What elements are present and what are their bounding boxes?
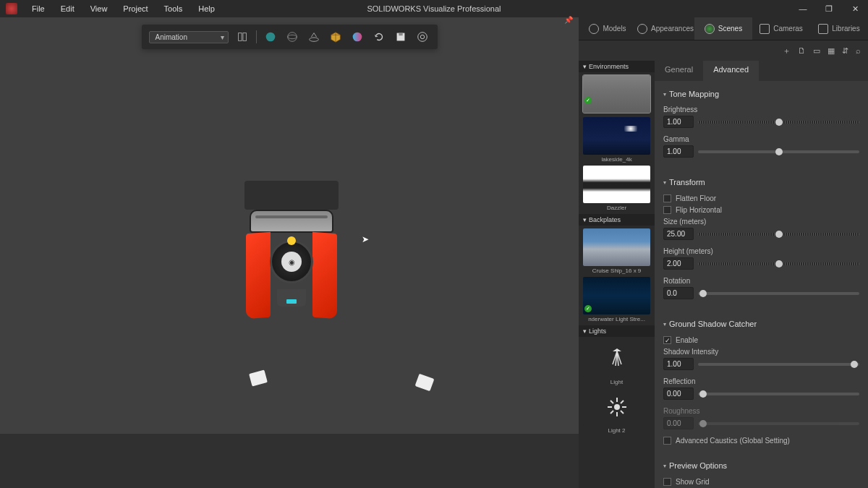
mode-toggle-button[interactable]: [234, 29, 250, 45]
env-header[interactable]: ▾ Environments: [579, 61, 655, 72]
light-gizmo-2[interactable]: [415, 374, 435, 391]
flip-horizontal-checkbox[interactable]: [663, 206, 671, 214]
svg-rect-0: [238, 33, 242, 41]
svg-point-4: [287, 35, 297, 38]
menu-help[interactable]: Help: [191, 1, 222, 16]
scene-browser: ▾ Environments ✓ lakeside_4k Dazzler: [579, 61, 655, 488]
svg-point-3: [287, 33, 297, 42]
gamma-input[interactable]: [663, 145, 694, 158]
section-tone-mapping[interactable]: Tone Mapping: [663, 85, 859, 103]
model-drone[interactable]: ◉: [246, 210, 337, 324]
timeline-area: [0, 434, 579, 488]
reflection-slider[interactable]: [698, 390, 859, 398]
tab-cameras[interactable]: Cameras: [752, 17, 810, 40]
shadow-intensity-slider[interactable]: [698, 360, 859, 369]
enable-shadow-checkbox[interactable]: [663, 336, 671, 344]
gamma-label: Gamma: [663, 135, 859, 143]
env-thumb-dazzler[interactable]: Dazzler: [583, 166, 650, 211]
svg-rect-8: [399, 33, 402, 36]
svg-point-9: [417, 33, 427, 42]
env-thumb-lakeside[interactable]: lakeside_4k: [583, 117, 650, 163]
brightness-input[interactable]: [663, 116, 694, 128]
viewport-toolbar: Animation 📌: [142, 25, 438, 49]
size-label: Size (meters): [663, 218, 859, 226]
caustics-checkbox[interactable]: [663, 437, 671, 445]
title-bar: File Edit View Project Tools Help SOLIDW…: [0, 0, 868, 17]
menu-view[interactable]: View: [83, 1, 115, 16]
canvas-3d[interactable]: ◉ ➤: [0, 49, 579, 434]
reflection-input[interactable]: [663, 388, 694, 400]
sphere-wire-icon[interactable]: [284, 29, 300, 45]
section-transform[interactable]: Transform: [663, 174, 859, 191]
mode-select[interactable]: Animation: [149, 31, 229, 43]
new-icon[interactable]: 🗋: [798, 46, 806, 55]
app-logo-icon: [6, 3, 17, 14]
libraries-icon: [818, 24, 828, 34]
app-title: SOLIDWORKS Visualize Professional: [367, 4, 501, 13]
svg-rect-1: [242, 33, 246, 41]
menu-file[interactable]: File: [25, 1, 52, 16]
size-input[interactable]: [663, 228, 694, 240]
prop-tab-advanced[interactable]: Advanced: [703, 61, 759, 81]
svg-line-20: [610, 401, 613, 403]
maximize-icon[interactable]: ❐: [822, 4, 836, 14]
turntable-icon[interactable]: [306, 29, 322, 45]
backplate-thumb-cruise[interactable]: Cruise Ship_16 x 9: [583, 228, 650, 274]
height-input[interactable]: [663, 257, 694, 270]
save-icon[interactable]: [393, 29, 409, 45]
height-slider[interactable]: [698, 260, 859, 268]
menu-project[interactable]: Project: [116, 1, 155, 16]
svg-point-10: [420, 35, 424, 38]
roughness-slider: [698, 419, 859, 428]
tab-appearances[interactable]: Appearances: [637, 17, 694, 40]
rotation-label: Rotation: [663, 277, 859, 285]
gamma-slider[interactable]: [698, 147, 859, 156]
brightness-label: Brightness: [663, 106, 859, 114]
roughness-input: [663, 417, 694, 429]
render-preview-icon[interactable]: [349, 29, 365, 45]
svg-point-2: [265, 33, 275, 42]
tab-libraries[interactable]: Libraries: [810, 17, 868, 40]
light-thumb-2[interactable]: Light 2: [583, 388, 650, 434]
backplate-thumb-underwater[interactable]: ✓ nderwater Light Stre...: [583, 277, 650, 322]
backplates-header[interactable]: ▾ Backplates: [579, 214, 655, 226]
tab-models[interactable]: Models: [579, 17, 637, 40]
search-icon[interactable]: ⌕: [856, 46, 861, 55]
size-slider[interactable]: [698, 230, 859, 239]
show-grid-checkbox[interactable]: [663, 478, 671, 486]
sort-icon[interactable]: ⇵: [842, 46, 848, 56]
svg-point-6: [352, 33, 362, 42]
menu-tools[interactable]: Tools: [157, 1, 190, 16]
pin-icon[interactable]: 📌: [564, 16, 573, 24]
flatten-floor-checkbox[interactable]: [663, 194, 671, 202]
refresh-icon[interactable]: [371, 29, 387, 45]
brightness-slider[interactable]: [698, 118, 859, 127]
rotation-input[interactable]: [663, 287, 694, 299]
rotation-slider[interactable]: [698, 289, 859, 298]
sphere-shaded-icon[interactable]: [263, 29, 278, 45]
grid-icon[interactable]: ▦: [827, 46, 835, 56]
menu-edit[interactable]: Edit: [54, 1, 82, 16]
light-thumb-1[interactable]: Light: [583, 340, 650, 385]
roughness-label: Roughness: [663, 407, 859, 415]
shadow-intensity-input[interactable]: [663, 358, 694, 370]
env-thumb-overcast[interactable]: ✓: [583, 75, 650, 114]
height-label: Height (meters): [663, 247, 859, 255]
check-icon: ✓: [584, 97, 592, 104]
tab-scenes[interactable]: Scenes: [694, 17, 752, 40]
layout-icon[interactable]: ▭: [813, 46, 820, 56]
minimize-icon[interactable]: —: [796, 4, 810, 14]
section-shadow[interactable]: Ground Shadow Catcher: [663, 315, 859, 333]
section-preview[interactable]: Preview Options: [663, 457, 859, 474]
svg-line-22: [621, 401, 624, 403]
close-icon[interactable]: ✕: [848, 4, 862, 14]
prop-tab-general[interactable]: General: [655, 61, 703, 81]
lights-header[interactable]: ▾ Lights: [579, 325, 655, 337]
camera-icon[interactable]: [414, 29, 430, 45]
cube-icon[interactable]: [328, 29, 344, 45]
properties-panel: General Advanced Tone Mapping Brightness…: [655, 61, 868, 488]
svg-point-15: [614, 404, 620, 410]
add-icon[interactable]: ＋: [783, 46, 791, 56]
svg-line-23: [610, 411, 613, 414]
light-gizmo-1[interactable]: [249, 369, 268, 386]
